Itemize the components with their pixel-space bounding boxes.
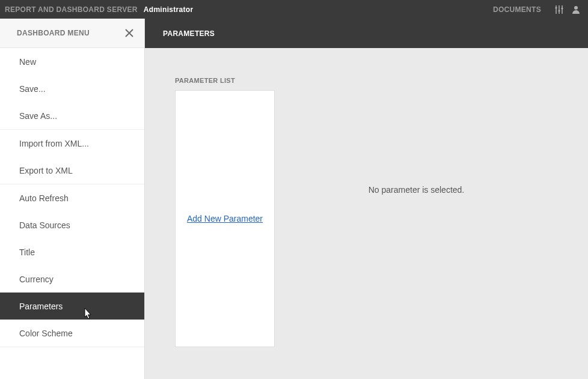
menu-item-save[interactable]: Save... — [0, 75, 144, 102]
svg-point-0 — [555, 7, 557, 8]
dashboard-menu-header: DASHBOARD MENU — [0, 19, 144, 48]
parameter-list-label: PARAMETER LIST — [175, 77, 275, 84]
user-icon[interactable] — [569, 2, 583, 17]
menu-item-import-from-xml[interactable]: Import from XML... — [0, 130, 144, 157]
parameter-list: Add New Parameter — [175, 90, 275, 347]
menu-item-parameters[interactable]: Parameters — [0, 293, 144, 320]
dashboard-menu-panel: DASHBOARD MENU NewSave...Save As...Impor… — [0, 19, 145, 379]
menu-item-currency[interactable]: Currency — [0, 265, 144, 293]
app-title: REPORT AND DASHBOARD SERVER — [5, 5, 138, 14]
dashboard-menu: NewSave...Save As...Import from XML...Ex… — [0, 48, 144, 347]
main-area: PARAMETERS PARAMETER LIST Add New Parame… — [145, 19, 588, 379]
menu-item-data-sources[interactable]: Data Sources — [0, 211, 144, 238]
svg-point-3 — [574, 6, 578, 10]
menu-item-color-scheme[interactable]: Color Scheme — [0, 320, 144, 347]
add-parameter-link[interactable]: Add New Parameter — [187, 214, 263, 223]
menu-item-save-as[interactable]: Save As... — [0, 102, 144, 129]
menu-item-label: Parameters — [19, 302, 63, 311]
topbar: REPORT AND DASHBOARD SERVER Administrato… — [0, 0, 588, 19]
menu-item-label: Save... — [19, 84, 46, 94]
main-header: PARAMETERS — [145, 19, 588, 48]
menu-item-label: Import from XML... — [19, 139, 89, 148]
menu-item-auto-refresh[interactable]: Auto Refresh — [0, 184, 144, 211]
settings-icon[interactable] — [552, 2, 566, 17]
nav-documents[interactable]: DOCUMENTS — [493, 5, 541, 14]
close-icon[interactable] — [123, 26, 136, 40]
menu-item-export-to-xml[interactable]: Export to XML — [0, 157, 144, 184]
no-parameter-text: No parameter is selected. — [369, 185, 465, 195]
main-header-title: PARAMETERS — [163, 29, 215, 38]
svg-point-1 — [558, 10, 560, 11]
menu-item-label: Save As... — [19, 111, 57, 121]
svg-point-2 — [561, 7, 563, 9]
menu-item-label: Title — [19, 247, 35, 257]
menu-item-label: New — [19, 57, 36, 67]
user-label: Administrator — [144, 5, 194, 14]
menu-item-label: Auto Refresh — [19, 193, 69, 203]
menu-item-new[interactable]: New — [0, 48, 144, 75]
menu-item-label: Currency — [19, 274, 54, 284]
menu-item-label: Color Scheme — [19, 329, 73, 338]
menu-item-label: Data Sources — [19, 220, 70, 230]
menu-item-label: Export to XML — [19, 166, 73, 175]
dashboard-menu-title: DASHBOARD MENU — [17, 29, 90, 37]
menu-item-title[interactable]: Title — [0, 238, 144, 265]
